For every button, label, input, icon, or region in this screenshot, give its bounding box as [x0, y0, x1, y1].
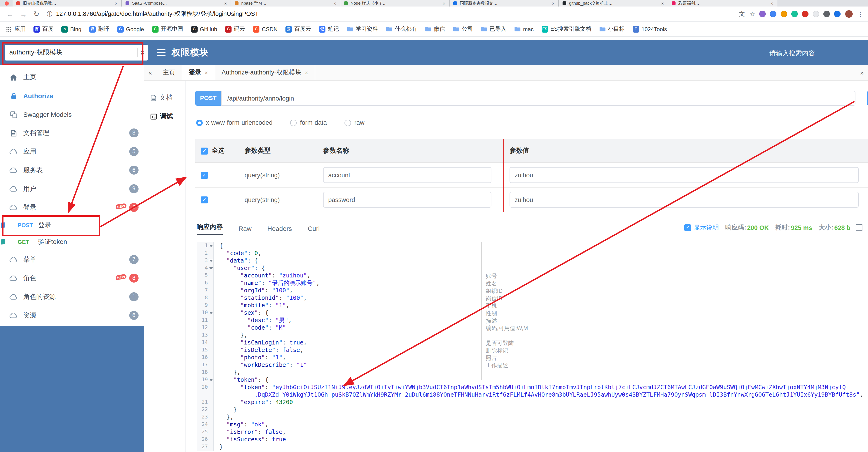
bookmark-item[interactable]: mac — [514, 26, 533, 32]
send-button[interactable]: 发送 — [867, 91, 868, 106]
browser-tab[interactable]: Node 样式《少了…× — [340, 0, 450, 6]
extension-icon-7[interactable] — [824, 11, 830, 17]
close-tab-icon[interactable]: × — [661, 1, 664, 6]
tab-curl[interactable]: Curl — [308, 225, 320, 235]
radio-x-www-form-urlencoded[interactable]: x-www-form-urlencoded — [196, 119, 273, 126]
module-select[interactable]: authority-权限模块 — [5, 45, 148, 60]
debug-view-button[interactable]: 调试 — [144, 107, 186, 126]
param-name-input[interactable] — [323, 192, 491, 207]
bookmark-item[interactable]: 应用 — [6, 25, 26, 33]
close-tab-icon[interactable]: × — [115, 1, 118, 6]
fold-caret-icon[interactable] — [209, 260, 213, 262]
sidebar-item-swagger-models[interactable]: Swagger Models — [0, 105, 144, 124]
site-info-icon[interactable]: ⓘ — [47, 10, 52, 18]
sidebar-api-post-login[interactable]: POST登录 — [0, 217, 144, 234]
close-tab-icon[interactable]: × — [333, 1, 336, 6]
bookmark-item[interactable]: 微信 — [425, 25, 445, 33]
row-checkbox[interactable] — [201, 172, 208, 179]
bookmark-item[interactable]: 译翻译 — [89, 25, 109, 33]
browser-tab[interactable]: 旧金山报税函数…× — [12, 0, 122, 6]
sidebar-item-login[interactable]: 登录NEW2 — [0, 198, 144, 217]
extension-icon-1[interactable] — [759, 11, 766, 17]
bookmark-item[interactable]: 记笔记 — [319, 25, 339, 33]
reload-icon[interactable]: ↻ — [33, 10, 39, 18]
header-search-input[interactable] — [769, 47, 849, 60]
tabs-scroll-left-icon[interactable]: « — [144, 65, 156, 80]
radio-raw[interactable]: raw — [344, 119, 365, 126]
browser-tab[interactable]: hbase 学习…× — [231, 0, 340, 6]
tab-response-body[interactable]: 响应内容 — [197, 223, 223, 235]
sidebar-item-user[interactable]: 用户9 — [0, 180, 144, 198]
sidebar-item-role-res[interactable]: 角色的资源1 — [0, 288, 144, 306]
profile-avatar[interactable] — [845, 10, 852, 18]
sidebar-item-doc-manage[interactable]: 文档管理3 — [0, 124, 144, 142]
bookmark-star-icon[interactable]: ☆ — [750, 10, 755, 18]
browser-menu-icon[interactable]: ⋮ — [857, 10, 863, 18]
close-tab-icon[interactable] — [305, 69, 308, 76]
bookmark-item[interactable]: GGoogle — [117, 26, 144, 32]
bookmark-item[interactable]: 公司 — [453, 25, 473, 33]
radio-form-data[interactable]: form-data — [290, 119, 327, 126]
close-tab-icon[interactable]: × — [224, 1, 227, 6]
sidebar-item-app[interactable]: 应用5 — [0, 142, 144, 161]
extension-icon-5[interactable] — [802, 11, 808, 17]
close-tab-icon[interactable]: × — [443, 1, 445, 6]
sidebar-item-authorize[interactable]: Authorize — [0, 87, 144, 105]
tab-headers[interactable]: Headers — [267, 225, 292, 235]
sidebar-api-get-token[interactable]: GET验证token — [0, 234, 144, 250]
param-value-input[interactable] — [509, 167, 859, 183]
tab-login[interactable]: 登录 — [182, 65, 215, 80]
close-tab-icon[interactable] — [205, 69, 208, 76]
show-desc-checkbox[interactable] — [684, 224, 691, 231]
extension-icon-8[interactable] — [834, 11, 841, 17]
tabs-scroll-right-icon[interactable]: » — [856, 65, 868, 80]
fold-caret-icon[interactable] — [209, 267, 213, 270]
fullscreen-icon[interactable] — [856, 224, 862, 231]
row-checkbox[interactable] — [201, 196, 208, 203]
browser-tab[interactable]: SaaS -Compose…× — [122, 0, 231, 6]
extension-icon-6[interactable] — [813, 11, 819, 17]
bookmark-item[interactable]: CCSDN — [253, 26, 278, 32]
bookmark-item[interactable]: bBing — [61, 26, 81, 32]
address-bar[interactable]: ⓘ 127.0.0.1:8760/api/gate/doc.html#/auth… — [47, 10, 734, 18]
bookmark-item[interactable]: 什么都有 — [386, 25, 417, 33]
extension-icon-2[interactable] — [770, 11, 776, 17]
sidebar-item-service[interactable]: 服务表6 — [0, 161, 144, 180]
back-icon[interactable]: ← — [6, 10, 13, 18]
bookmark-item[interactable]: 学习资料 — [347, 25, 378, 33]
doc-view-button[interactable]: 文档 — [144, 88, 186, 107]
tab-authorize-module[interactable]: Authorize-authority-权限模块 — [215, 65, 315, 80]
sidebar-item-menu[interactable]: 菜单7 — [0, 250, 144, 269]
forward-icon[interactable]: → — [20, 10, 27, 18]
response-json-editor[interactable]: 1{2 "code": 0,3 "data": {4 "user": {5 "a… — [197, 242, 868, 452]
bookmark-item[interactable]: 云百度云 — [285, 25, 311, 33]
close-tab-icon[interactable]: × — [552, 1, 555, 6]
request-url-input[interactable] — [221, 91, 856, 106]
browser-tab[interactable]: 彩票福利…× — [668, 0, 777, 6]
translate-icon[interactable]: 文 — [739, 10, 745, 18]
browser-tab[interactable]: 国际薪资参数报文…× — [450, 0, 559, 6]
bookmark-item[interactable]: 已导入 — [481, 25, 506, 33]
sidebar-item-home[interactable]: 主页 — [0, 68, 144, 87]
param-value-input[interactable] — [509, 192, 859, 207]
bookmark-item[interactable]: C开源中国 — [152, 25, 183, 33]
sidebar-item-res[interactable]: 资源6 — [0, 306, 144, 325]
fold-caret-icon[interactable] — [209, 312, 213, 314]
param-name-input[interactable] — [323, 167, 491, 183]
sidebar-item-role[interactable]: 角色NEW8 — [0, 269, 144, 288]
extension-icon-4[interactable] — [791, 11, 798, 17]
bookmark-item[interactable]: GGitHub — [191, 26, 217, 32]
bookmark-item[interactable]: ESES搜索引擎文档 — [541, 25, 591, 33]
bookmark-item[interactable]: G码云 — [225, 25, 245, 33]
close-tab-icon[interactable]: × — [770, 1, 773, 6]
menu-toggle-icon[interactable] — [157, 49, 165, 57]
bookmark-item[interactable]: 百百度 — [33, 25, 54, 33]
tab-home[interactable]: 主页 — [156, 65, 182, 80]
fold-caret-icon[interactable] — [209, 245, 213, 247]
close-window-icon[interactable] — [5, 1, 9, 6]
bookmark-item[interactable]: 小目标 — [599, 25, 625, 33]
browser-tab[interactable]: github_pack交换机上…× — [559, 0, 668, 6]
tab-raw[interactable]: Raw — [239, 225, 251, 235]
bookmark-item[interactable]: T1024Tools — [633, 26, 667, 32]
fold-caret-icon[interactable] — [209, 379, 213, 381]
